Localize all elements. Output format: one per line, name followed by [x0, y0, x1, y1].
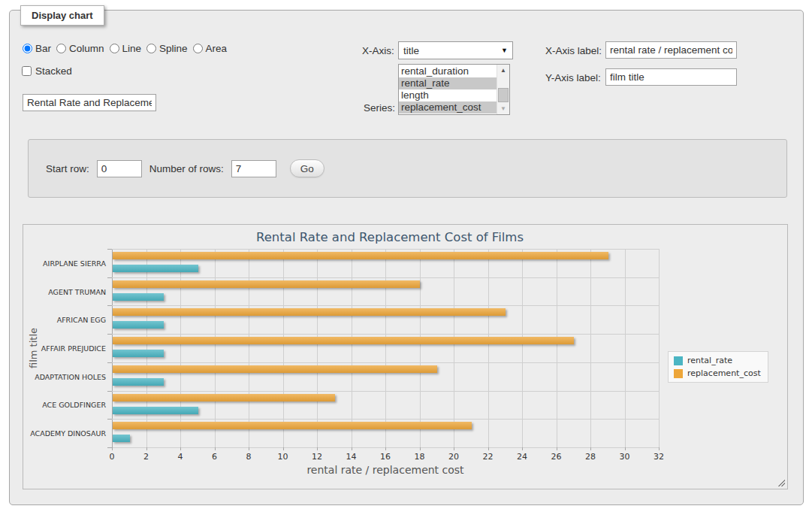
x-axis-tick	[590, 447, 591, 450]
y-axis-tick	[107, 249, 112, 250]
x-axis-tick	[659, 447, 660, 450]
go-button[interactable]: Go	[290, 159, 324, 177]
x-axis-tick	[249, 447, 249, 450]
radio-area[interactable]	[193, 44, 203, 53]
gridline	[249, 249, 249, 447]
gridline	[488, 249, 489, 447]
x-tick-label: 16	[370, 452, 400, 462]
stacked-row: Stacked	[22, 65, 72, 77]
radio-label: Area	[206, 43, 228, 54]
scrollbar-thumb[interactable]	[498, 88, 509, 102]
x-axis-tick	[488, 447, 489, 450]
chart-title: Rental Rate and Replacement Cost of Film…	[23, 230, 756, 244]
gridline	[317, 249, 318, 447]
chart-legend: rental_rate replacement_cost	[668, 351, 768, 383]
radio-column[interactable]	[56, 44, 66, 53]
bar-replacement_cost[interactable]	[113, 365, 437, 373]
scroll-down-icon[interactable]: ▼	[497, 103, 509, 114]
x-tick-label: 20	[439, 452, 469, 462]
stacked-checkbox[interactable]	[22, 66, 32, 76]
x-axis-select[interactable]: title ▼	[398, 41, 513, 59]
gridline	[385, 249, 386, 447]
bar-rental_rate[interactable]	[113, 321, 164, 329]
rental-rate-swatch-icon	[674, 356, 683, 365]
x-tick-label: 4	[165, 452, 195, 462]
x-axis-label-input[interactable]	[605, 41, 737, 59]
y-axis-tick	[107, 391, 112, 392]
x-tick-label: 18	[405, 452, 435, 462]
series-option-rental_rate[interactable]: rental_rate	[399, 77, 497, 89]
gridline	[112, 334, 659, 335]
y-axis-tick	[107, 362, 112, 363]
gridline	[557, 249, 557, 447]
chart-title-input[interactable]	[23, 94, 156, 111]
panel-title: Display chart	[20, 5, 104, 26]
x-axis-tick	[283, 447, 284, 450]
gridline	[283, 249, 284, 447]
chart-type-radio-group: BarColumnLineSplineArea	[23, 43, 227, 54]
bar-replacement_cost[interactable]	[113, 337, 574, 344]
bar-rental_rate[interactable]	[113, 407, 198, 414]
x-axis-tick	[454, 447, 454, 450]
category-label: ACE GOLDFINGER	[26, 401, 106, 409]
stacked-label: Stacked	[35, 65, 72, 77]
scroll-up-icon[interactable]: ▲	[497, 65, 509, 76]
series-option-replacement_cost[interactable]: replacement_cost	[399, 101, 497, 114]
gridline	[454, 249, 454, 447]
y-axis-label-input[interactable]	[605, 68, 737, 86]
series-option-length[interactable]: length	[399, 89, 497, 101]
x-tick-label: 24	[507, 452, 537, 462]
bar-replacement_cost[interactable]	[113, 394, 335, 401]
chart-container: Rental Rate and Replacement Cost of Film…	[23, 224, 788, 489]
x-axis-tick	[317, 447, 318, 450]
start-row-label: Start row:	[46, 163, 89, 174]
x-axis-tick	[557, 447, 557, 450]
radio-label: Bar	[35, 43, 51, 54]
series-scrollbar[interactable]: ▲ ▼	[497, 65, 509, 114]
chart-type-option-column: Column	[56, 43, 104, 54]
x-tick-label: 26	[542, 452, 572, 462]
y-axis-tick	[107, 334, 112, 335]
gridline	[420, 249, 421, 447]
gridline	[112, 277, 659, 278]
chart-type-option-area: Area	[193, 43, 228, 54]
x-tick-label: 22	[473, 452, 503, 462]
series-multiselect[interactable]: rental_durationrental_ratelengthreplacem…	[398, 64, 510, 115]
legend-item-replacement-cost[interactable]: replacement_cost	[674, 368, 761, 378]
radio-spline[interactable]	[146, 44, 156, 53]
chevron-down-icon: ▼	[501, 47, 508, 54]
category-label: ACADEMY DINOSAUR	[26, 429, 106, 438]
x-axis-tick	[215, 447, 216, 450]
bar-rental_rate[interactable]	[113, 378, 164, 386]
x-axis-tick	[352, 447, 352, 450]
category-label: AFRICAN EGG	[26, 316, 106, 324]
series-option-rental_duration[interactable]: rental_duration	[399, 65, 497, 77]
y-axis-line	[112, 249, 113, 447]
radio-line[interactable]	[110, 44, 119, 53]
bar-replacement_cost[interactable]	[113, 308, 506, 316]
legend-item-rental-rate[interactable]: rental_rate	[674, 356, 761, 365]
radio-bar[interactable]	[23, 44, 32, 53]
num-rows-input[interactable]	[231, 160, 276, 177]
bar-rental_rate[interactable]	[113, 293, 164, 301]
bar-replacement_cost[interactable]	[113, 280, 420, 288]
bar-rental_rate[interactable]	[113, 435, 130, 442]
bar-replacement_cost[interactable]	[113, 422, 472, 429]
category-label: AGENT TRUMAN	[26, 288, 106, 296]
x-tick-label: 12	[302, 452, 332, 462]
plot-area: 02468101214161820222426283032AIRPLANE SI…	[112, 249, 659, 447]
resize-handle-icon[interactable]	[777, 478, 785, 486]
series-select-label: Series:	[364, 102, 395, 114]
bar-rental_rate[interactable]	[113, 350, 164, 357]
page: Display chart BarColumnLineSplineArea St…	[0, 0, 812, 512]
bar-replacement_cost[interactable]	[113, 252, 608, 259]
start-row-input[interactable]	[97, 160, 142, 177]
category-label: AFFAIR PREJUDICE	[26, 344, 106, 353]
x-tick-label: 2	[131, 452, 161, 462]
bar-rental_rate[interactable]	[113, 265, 198, 272]
gridline	[112, 305, 659, 306]
row-range-panel: Start row: Number of rows: Go	[28, 139, 787, 198]
x-tick-label: 6	[200, 452, 230, 462]
gridline	[352, 249, 352, 447]
legend-label: replacement_cost	[687, 368, 761, 378]
